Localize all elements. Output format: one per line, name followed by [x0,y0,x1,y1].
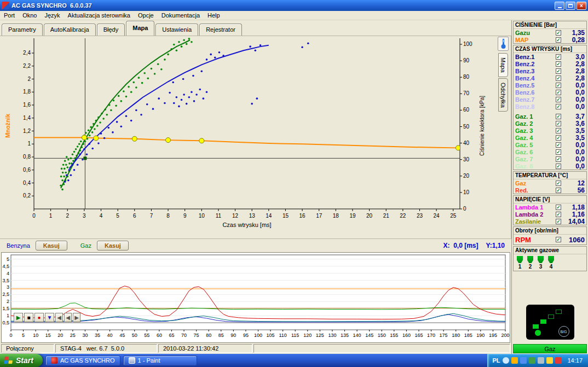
hidden-icons-chevron[interactable] [503,357,509,364]
svg-text:21: 21 [383,213,390,219]
side-tab-mapa[interactable]: Mapa [498,53,508,77]
map-chart-panel: 0123456789101112131415161718192021222324… [0,36,511,239]
panel-section-cisnienie-bar: CIŚNIENIE [Bar]Gazu✓1,35MAP✓0,28 [513,21,587,44]
measurement-label: Gaz. 4 [515,135,556,141]
step-back-2-button[interactable]: ◀ [64,313,72,322]
row-checkbox[interactable]: ✓ [556,68,561,74]
network-icon[interactable] [555,357,562,364]
menu-item-dokumentacja[interactable]: Dokumentacja [158,11,204,19]
map-chart[interactable]: 0123456789101112131415161718192021222324… [0,36,496,237]
row-checkbox[interactable]: ✓ [556,135,561,141]
svg-text:100: 100 [254,333,262,338]
tab-ustawienia[interactable]: Ustawienia [155,24,198,36]
step-forward-button[interactable]: ▶ [73,313,80,322]
benzyna-scatter [60,38,193,190]
taskbar-item-paint[interactable]: 1 - Paint [123,356,197,366]
step-back-button[interactable]: ◀ [55,313,63,322]
main-area: ParametryAutoKalibracjaBłędyMapaUstawien… [0,20,511,354]
start-button[interactable]: Start [0,354,43,367]
gas-mode-bar: Gaz [513,344,587,353]
close-button[interactable]: × [577,2,586,10]
tab-bledy[interactable]: Błędy [97,24,125,36]
injector-icon [517,256,523,263]
row-checkbox[interactable]: ✓ [556,97,561,102]
row-checkbox[interactable]: ✓ [556,149,561,155]
level-segment-off [548,314,554,319]
tab-mapa[interactable]: Mapa [126,21,154,36]
menu-item-okno[interactable]: Okno [19,11,41,19]
messenger-icon[interactable] [546,357,553,364]
language-indicator[interactable]: PL [492,357,500,364]
play-button[interactable]: ▶ [14,313,23,322]
row-checkbox[interactable]: ✓ [556,128,561,133]
kasuj-benzyna-button[interactable]: Kasuj [36,241,67,251]
antivirus-shield-icon[interactable] [529,357,535,364]
svg-text:0: 0 [32,213,36,219]
maximize-button[interactable] [566,2,575,10]
row-checkbox[interactable]: ✓ [556,104,561,109]
injector-number: 4 [550,264,553,270]
tab-rejestrator[interactable]: Rejestrator [199,24,242,36]
row-checkbox[interactable]: ✓ [556,121,561,126]
measurement-row-gaz-8: Gaz. 8✓0,0 [514,162,586,170]
volume-icon[interactable] [520,357,527,364]
menu-item-help[interactable]: Help [204,11,224,19]
measurement-value: 0,0 [563,148,585,156]
row-checkbox[interactable]: ✓ [556,54,561,60]
app-icon [2,2,9,9]
menu-item-opcje[interactable]: Opcje [134,11,158,19]
row-checkbox[interactable]: ✓ [556,83,561,88]
side-tab-odchylka[interactable]: Odchyłka [498,78,508,112]
svg-text:17: 17 [316,213,322,219]
measurement-row-benz-3: Benz.3✓2,8 [514,67,586,74]
row-checkbox[interactable]: ✓ [556,219,561,224]
svg-text:115: 115 [291,333,299,338]
svg-text:70: 70 [463,90,470,96]
oscilloscope-chart[interactable]: 0,511,522,533,544,5505101520253035404550… [2,253,510,342]
svg-text:5: 5 [7,257,9,262]
kasuj-gaz-button[interactable]: Kasuj [97,241,129,251]
row-checkbox[interactable]: ✓ [556,61,561,67]
svg-text:20: 20 [463,173,470,179]
svg-text:1: 1 [27,141,31,147]
bg-switch-button[interactable]: B/G [558,326,569,337]
row-checkbox[interactable]: ✓ [556,75,561,81]
tab-parametry[interactable]: Parametry [2,24,43,36]
menu-item-aktualizacja-sterownika[interactable]: Aktualizacja sterownika [64,11,134,19]
row-checkbox[interactable]: ✓ [556,37,561,43]
row-checkbox[interactable]: ✓ [556,205,561,210]
row-checkbox[interactable]: ✓ [556,237,561,242]
menu-item-jezyk[interactable]: Język [41,11,64,19]
display-icon[interactable] [538,357,544,364]
sensor-icon-button[interactable] [498,37,509,51]
tab-autokalibracja[interactable]: AutoKalibracja [44,24,96,36]
record-button[interactable]: ● [34,313,44,322]
svg-text:170: 170 [427,333,435,338]
svg-text:0,8: 0,8 [23,154,31,160]
row-checkbox[interactable]: ✓ [556,180,561,186]
row-checkbox[interactable]: ✓ [556,142,561,148]
update-icon[interactable] [511,357,518,364]
minimize-button[interactable] [555,2,564,10]
measurement-label: Gaz. 2 [515,120,556,127]
injector: 4 [548,256,554,270]
row-checkbox[interactable]: ✓ [556,188,561,193]
stop-button[interactable]: ■ [24,313,33,322]
menu-item-port[interactable]: Port [0,11,19,19]
row-checkbox[interactable]: ✓ [556,30,561,36]
svg-text:1,2: 1,2 [23,128,31,134]
marker-button[interactable]: ▼ [45,313,54,322]
svg-text:7: 7 [150,213,153,219]
svg-text:23: 23 [417,213,423,219]
row-checkbox[interactable]: ✓ [556,212,561,217]
taskbar-item-acgas[interactable]: AC GAS SYNCHRO [45,356,120,366]
svg-text:70: 70 [181,333,187,338]
measurement-label: Benz.2 [515,61,556,67]
row-checkbox[interactable]: ✓ [556,90,561,95]
measurement-label: Gaz. 6 [515,149,556,155]
measurement-value: 0,0 [563,81,585,89]
row-checkbox[interactable]: ✓ [556,164,561,169]
svg-text:105: 105 [267,333,275,338]
row-checkbox[interactable]: ✓ [556,156,561,162]
row-checkbox[interactable]: ✓ [556,114,561,119]
